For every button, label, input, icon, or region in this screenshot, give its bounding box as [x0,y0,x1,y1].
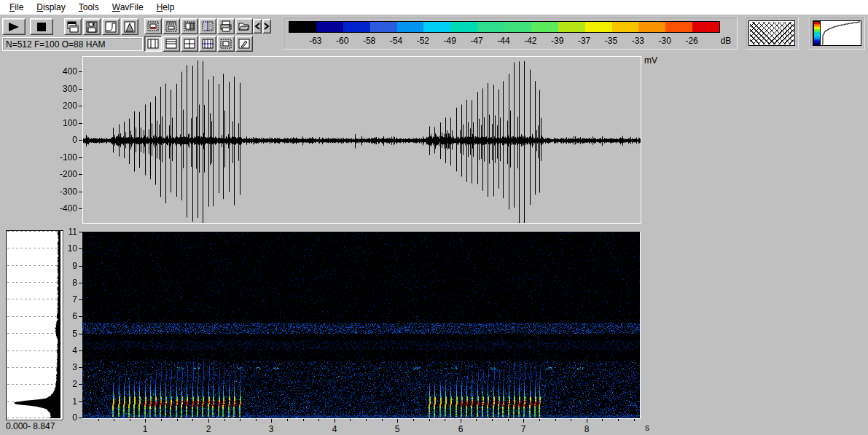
spec-xtick [114,419,114,421]
spec-xtick [602,419,603,421]
fft-settings-field[interactable]: N=512 F=100 O=88 HAM [2,37,143,51]
section-fill-button[interactable] [181,18,198,34]
next-button[interactable] [262,19,271,34]
spec-ytick-label: 1 [58,396,77,407]
menu-bar: File Display Tools WavFile Help [0,0,868,15]
cascade-windows-button[interactable] [64,18,82,35]
spec-ytick-label: 8 [58,278,77,288]
colorbar-segment [638,22,665,32]
wave-ytick [79,71,82,72]
colorbar-tick-label: -42 [517,36,544,46]
spectrum-peak-icon [124,21,136,33]
spec-xtick [318,419,319,421]
play-button[interactable] [2,18,26,35]
colorbar-segment [612,22,639,32]
spec-xtick [476,419,477,421]
spec-ytick-label: 10 [58,243,77,254]
inner-window-button[interactable] [217,36,235,52]
print-button[interactable] [217,18,235,34]
colorbar-segment [504,22,531,32]
spec-ytick [79,401,82,402]
menu-tools[interactable]: Tools [72,1,106,14]
colorbar-gradient [289,21,720,33]
edit-pencil-icon [238,38,250,50]
chevron-left-icon [254,23,260,30]
section-copy-icon [147,20,159,32]
grid-columns-button[interactable] [144,36,162,52]
wave-ytick-label: -200 [48,169,77,179]
colorbar-tick-label: -44 [490,36,517,46]
inner-window-icon [220,38,232,50]
spec-ytick-label: 9 [58,261,77,271]
colorbar-segment [585,22,612,32]
colorbar-tick-label: -39 [544,36,571,46]
spec-xtick-label: 6 [453,424,468,434]
colorbar-tick-label: -63 [302,36,329,46]
spec-ytick [79,367,82,368]
colorbar-tick-label: -26 [679,36,705,46]
spec-xtick [130,419,130,421]
section-copy-button[interactable] [144,18,162,34]
colorbar-tick-label: -58 [356,36,383,46]
wave-ytick [79,123,82,124]
pattern-preview-panel[interactable] [745,17,799,50]
transfer-curve-button[interactable] [102,18,120,35]
spec-ytick-label: 11 [58,227,77,237]
open-file-button[interactable] [235,18,253,34]
spec-xtick [256,419,257,421]
spec-xtick-label: 5 [390,424,404,434]
colorbar-tick-label: -30 [652,36,678,46]
spec-xtick-label: 7 [516,424,531,434]
colorbar-segment [692,22,719,32]
wave-ytick-label: -100 [48,152,77,162]
wave-ytick [79,157,82,158]
spec-ytick [79,283,82,283]
spec-ytick [79,266,82,267]
grid-cross-button[interactable] [199,36,216,52]
section-ruler-icon [165,20,177,32]
prev-button[interactable] [253,19,262,34]
spec-ytick-label: 4 [58,345,77,356]
section-select-button[interactable]: S [199,18,216,34]
colorbar-segment [370,22,397,32]
spec-xtick [587,419,587,423]
spec-xtick [366,419,367,421]
menu-display[interactable]: Display [30,1,71,14]
db-unit-label: dB [716,36,736,46]
spec-xtick [571,419,571,421]
wave-ytick-label: -400 [48,203,77,213]
play-icon [8,23,20,31]
spectrogram-plot[interactable] [82,232,641,419]
save-button[interactable] [83,18,101,35]
section-ruler-button[interactable] [163,18,180,34]
spec-xtick [350,419,351,421]
waveform-plot[interactable] [82,56,641,224]
menu-wavfile[interactable]: WavFile [106,1,150,14]
transfer-preview-panel[interactable] [809,17,865,50]
wave-ytick-label: 200 [48,101,77,111]
average-spectrum-panel[interactable] [6,230,63,420]
menu-help[interactable]: Help [150,1,181,14]
spec-xtick [271,419,272,423]
spectrum-display-button[interactable] [121,18,138,35]
spec-ytick [79,334,82,334]
waveform-canvas [83,57,641,223]
colorbar-tick-label: -47 [464,36,490,46]
colorbar-segment [558,22,585,32]
spectrogram-canvas [82,232,640,418]
grid-rows-icon [165,38,177,50]
spec-ytick-label: 5 [58,329,77,339]
app-window: File Display Tools WavFile Help [0,0,868,435]
svg-text:S: S [208,23,214,31]
stop-button[interactable] [30,18,53,35]
edit-button[interactable] [235,36,253,52]
grid-rows-button[interactable] [163,36,180,52]
colorbar-segment [531,22,558,32]
colormap-curve-preview [813,21,861,45]
menu-file[interactable]: File [3,1,30,14]
grid-quad-button[interactable] [181,36,198,52]
wave-ytick-label: -300 [48,187,77,197]
spec-xtick-label: 1 [138,424,152,434]
spec-ytick [79,316,82,317]
fft-settings-text: N=512 F=100 O=88 HAM [6,39,105,50]
